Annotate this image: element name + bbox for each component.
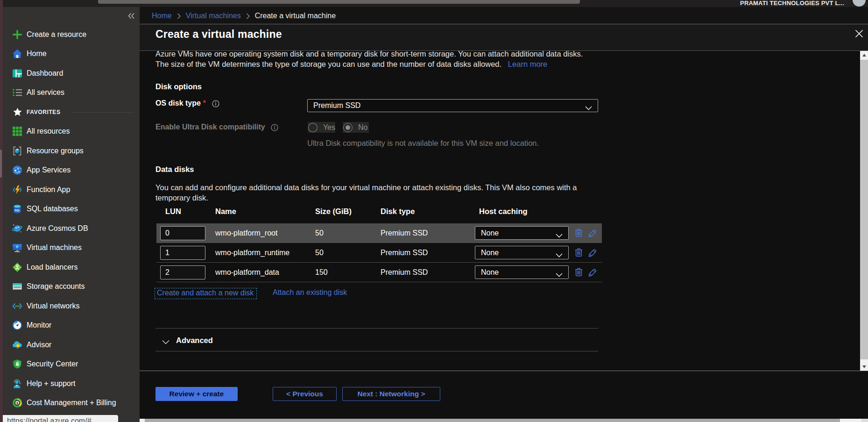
column-header-size: Size (GiB) [315, 207, 352, 216]
breadcrumb-virtual-machines[interactable]: Virtual machines [186, 12, 241, 20]
sidebar-item-label: Advisor [27, 340, 51, 349]
planet-icon [12, 223, 22, 234]
learn-more-link[interactable]: Learn more [508, 60, 547, 68]
divider [155, 351, 598, 351]
chevron-down-icon [556, 251, 563, 255]
shield-icon [12, 359, 22, 369]
horizontal-scrollbar[interactable] [140, 419, 868, 422]
disk-type: Premium SSD [381, 249, 428, 257]
disk-name: wmo-platform_data [215, 268, 279, 277]
star-icon [13, 107, 22, 116]
chevron-right-icon [246, 13, 250, 19]
sidebar-collapse-button[interactable] [127, 12, 135, 20]
disk-name: wmo-platform_runtime [215, 249, 289, 257]
sidebar-item-storage-accounts[interactable]: Storage accounts [3, 277, 140, 296]
info-icon[interactable] [271, 124, 278, 131]
chevron-down-icon [556, 271, 563, 275]
window-edge [0, 0, 3, 422]
delete-disk-icon[interactable] [574, 228, 584, 238]
disk-type: Premium SSD [381, 229, 428, 237]
scrollbar-thumb[interactable] [145, 419, 840, 422]
sidebar-item-label: Home [27, 50, 47, 58]
person-icon [12, 379, 22, 389]
attach-existing-disk-link[interactable]: Attach an existing disk [273, 288, 347, 297]
globe-icon [12, 165, 22, 175]
data-disk-row: wmo-platform_root 50 Premium SSD None [156, 223, 602, 243]
delete-disk-icon[interactable] [574, 248, 584, 257]
status-url-text: https://portal.azure.com/# [7, 417, 92, 422]
delete-disk-icon[interactable] [574, 267, 584, 277]
sidebar-item-label: Function App [27, 185, 70, 193]
cube-icon [12, 146, 22, 156]
scrollbar-thumb[interactable] [860, 60, 868, 359]
lun-input[interactable] [160, 226, 205, 240]
host-caching-dropdown[interactable]: None [475, 246, 569, 259]
sidebar-item-app-services[interactable]: App Services [3, 160, 140, 180]
ultra-disk-note: Ultra Disk compatibility is not availabl… [307, 139, 539, 148]
svg-text:SQL: SQL [14, 209, 21, 212]
sidebar-item-resource-groups[interactable]: Resource groups [3, 141, 140, 161]
page-title: Create a virtual machine [155, 28, 282, 41]
blade-content: Azure VMs have one operating system disk… [140, 51, 868, 371]
scroll-down-button[interactable] [860, 363, 868, 371]
plus-icon [12, 29, 22, 40]
sidebar-item-all-resources[interactable]: All resources [3, 122, 140, 141]
close-icon[interactable] [854, 28, 865, 39]
sidebar-item-virtual-networks[interactable]: Virtual networks [3, 296, 140, 316]
lun-input[interactable] [160, 265, 205, 279]
sidebar-item-label: Virtual networks [27, 301, 80, 310]
breadcrumb-home[interactable]: Home [152, 12, 172, 20]
sidebar-item-virtual-machines[interactable]: Virtual machines [3, 238, 140, 257]
sidebar-item-sql-databases[interactable]: SQL SQL databases [3, 199, 140, 219]
search-bar[interactable] [98, 0, 580, 4]
sidebar-item-label: Dashboard [27, 69, 63, 77]
sidebar-item-dashboard[interactable]: Dashboard [3, 64, 140, 83]
sidebar: Create a resource Home Dashboard All ser… [3, 7, 140, 422]
previous-button[interactable]: < Previous [273, 387, 337, 401]
data-disks-heading: Data disks [155, 165, 194, 174]
tenant-name: PRAMATI TECHNOLOGIES PVT L... [740, 0, 844, 7]
edit-disk-icon[interactable] [587, 228, 597, 238]
info-icon[interactable] [212, 100, 219, 107]
disk-name: wmo-platform_root [215, 229, 277, 237]
radio-circle-icon [308, 123, 318, 132]
chevron-down-icon[interactable] [162, 338, 169, 343]
vm-icon [12, 243, 22, 253]
radio-yes[interactable]: Yes [308, 122, 335, 133]
review-create-button[interactable]: Review + create [155, 387, 238, 401]
sidebar-item-label: Resource groups [27, 146, 84, 155]
radio-no[interactable]: No [343, 122, 369, 133]
sidebar-item-load-balancers[interactable]: Load balancers [3, 257, 140, 277]
edit-disk-icon[interactable] [587, 248, 597, 257]
breadcrumb: Home Virtual machines Create a virtual m… [140, 7, 868, 24]
sidebar-item-advisor[interactable]: Advisor [3, 335, 140, 355]
sidebar-item-home[interactable]: Home [3, 44, 140, 64]
edit-disk-icon[interactable] [587, 267, 597, 277]
create-attach-disk-link[interactable]: Create and attach a new disk [155, 288, 257, 299]
sidebar-item-security-center[interactable]: Security Center [3, 354, 140, 374]
edge-scrollbar-thumb [0, 150, 2, 178]
sidebar-item-all-services[interactable]: All services [3, 83, 140, 102]
gauge-icon [12, 320, 22, 330]
sidebar-item-function-app[interactable]: Function App [3, 180, 140, 200]
list-icon [12, 87, 22, 98]
lun-input[interactable] [160, 246, 205, 260]
radio-circle-selected-icon [343, 123, 353, 132]
vertical-scrollbar[interactable] [860, 51, 868, 371]
sidebar-item-help-support[interactable]: Help + support [3, 374, 140, 393]
sidebar-item-label: Security Center [27, 360, 78, 368]
sidebar-item-create-a-resource[interactable]: Create a resource [3, 25, 140, 44]
chevron-down-icon [556, 231, 563, 236]
sidebar-item-monitor[interactable]: Monitor [3, 315, 140, 335]
os-disk-type-dropdown[interactable]: Premium SSD [307, 99, 598, 112]
next-networking-button[interactable]: Next : Networking > [342, 387, 440, 401]
disk-size: 50 [315, 229, 324, 237]
scroll-up-button[interactable] [860, 51, 868, 59]
host-caching-dropdown[interactable]: None [475, 265, 569, 279]
data-disks-description: You can add and configure additional dat… [155, 182, 577, 203]
sidebar-item-cost-management-billing[interactable]: $ Cost Management + Billing [3, 393, 140, 413]
advanced-section-toggle[interactable]: Advanced [176, 336, 213, 345]
host-caching-dropdown[interactable]: None [475, 226, 569, 240]
scrollbar-corner [861, 419, 868, 422]
sidebar-item-azure-cosmos-db[interactable]: Azure Cosmos DB [3, 219, 140, 238]
